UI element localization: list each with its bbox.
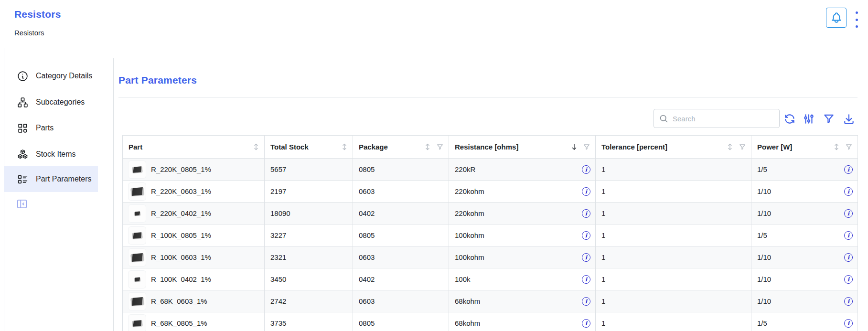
download-icon[interactable] xyxy=(843,113,855,125)
sidebar-item-category-details[interactable]: Category Details xyxy=(4,63,98,89)
table-row[interactable]: R_100K_0402_1% 3450 0402 100k 1 1/10 xyxy=(123,268,858,290)
info-icon[interactable] xyxy=(582,253,590,262)
panel-divider xyxy=(118,97,857,98)
sidebar-item-label: Part Parameters xyxy=(36,175,91,183)
sort-icon[interactable] xyxy=(253,143,259,151)
column-header-total-stock[interactable]: Total Stock xyxy=(265,136,353,159)
info-icon[interactable] xyxy=(844,297,853,306)
table-header-row: Part Total Stock Package Resistance [ohm… xyxy=(123,136,858,159)
sort-icon[interactable] xyxy=(833,143,840,151)
column-filter-icon[interactable] xyxy=(583,143,590,151)
sidebar-item-label: Subcategories xyxy=(36,98,85,107)
part-parameters-table: Part Total Stock Package Resistance [ohm… xyxy=(122,135,857,331)
resistor-thumbnail xyxy=(129,183,146,200)
info-icon[interactable] xyxy=(844,319,853,328)
adjustments-icon[interactable] xyxy=(803,113,815,125)
sidebar-divider xyxy=(113,58,114,331)
search-box[interactable] xyxy=(654,109,780,128)
resistor-thumbnail xyxy=(129,161,146,178)
info-circle-icon xyxy=(17,70,29,82)
info-icon[interactable] xyxy=(582,319,590,328)
column-filter-icon[interactable] xyxy=(436,143,444,151)
table-row[interactable]: R_220K_0805_1% 5657 0805 220kR 1 1/5 xyxy=(123,159,858,181)
category-grid-icon xyxy=(17,122,29,134)
breadcrumb[interactable]: Resistors xyxy=(14,29,44,37)
table-row[interactable]: R_100K_0805_1% 3227 0805 100kohm 1 1/5 xyxy=(123,224,858,246)
resistor-thumbnail xyxy=(129,205,146,222)
resistor-thumbnail xyxy=(129,227,146,244)
table-row[interactable]: R_220K_0402_1% 18090 0402 220kohm 1 1/10 xyxy=(123,203,858,224)
dots-vertical-icon[interactable] xyxy=(852,11,861,28)
info-icon[interactable] xyxy=(844,187,853,196)
sidebar-item-parts[interactable]: Parts xyxy=(4,115,98,141)
table-row[interactable]: R_68K_0805_1% 3735 0805 68kohm 1 1/5 xyxy=(123,312,858,331)
sitemap-icon xyxy=(17,96,29,108)
info-icon[interactable] xyxy=(582,297,590,306)
sidebar-item-label: Stock Items xyxy=(36,150,76,159)
packages-icon xyxy=(17,149,29,160)
sidebar-item-part-parameters[interactable]: Part Parameters xyxy=(4,166,98,192)
sort-icon[interactable] xyxy=(727,143,733,151)
info-icon[interactable] xyxy=(844,231,853,240)
list-details-icon xyxy=(17,173,29,185)
table-row[interactable]: R_100K_0603_1% 2321 0603 100kohm 1 1/10 xyxy=(123,246,858,268)
info-icon[interactable] xyxy=(582,231,590,240)
sidebar-item-subcategories[interactable]: Subcategories xyxy=(4,89,98,115)
refresh-icon[interactable] xyxy=(783,113,796,125)
bell-icon xyxy=(830,11,843,24)
column-header-resistance[interactable]: Resistance [ohms] xyxy=(449,136,596,159)
info-icon[interactable] xyxy=(844,209,853,218)
sort-desc-icon[interactable] xyxy=(571,143,578,151)
column-header-tolerance[interactable]: Tolerance [percent] xyxy=(596,136,751,159)
sidebar-item-stock-items[interactable]: Stock Items xyxy=(4,141,98,167)
column-header-part[interactable]: Part xyxy=(123,136,265,159)
table-row[interactable]: R_220K_0603_1% 2197 0603 220kohm 1 1/10 xyxy=(123,181,858,203)
sort-icon[interactable] xyxy=(424,143,431,151)
app-header: Resistors Resistors xyxy=(0,0,868,48)
resistor-thumbnail xyxy=(129,315,146,331)
column-filter-icon[interactable] xyxy=(739,143,746,151)
panel-title: Part Parameters xyxy=(118,75,197,86)
page-title: Resistors xyxy=(14,9,61,20)
search-icon xyxy=(659,114,673,124)
sort-icon[interactable] xyxy=(341,143,348,151)
sidebar-item-label: Parts xyxy=(36,124,54,132)
resistor-thumbnail xyxy=(129,293,146,310)
table-row[interactable]: R_68K_0603_1% 2742 0603 68kohm 1 1/10 xyxy=(123,290,858,312)
info-icon[interactable] xyxy=(582,275,590,284)
column-filter-icon[interactable] xyxy=(845,143,853,151)
sidebar-item-label: Category Details xyxy=(36,72,92,80)
info-icon[interactable] xyxy=(844,165,853,174)
info-icon[interactable] xyxy=(582,209,590,218)
sidebar-collapse-icon[interactable] xyxy=(16,198,28,210)
notifications-button[interactable] xyxy=(826,8,847,28)
filter-icon[interactable] xyxy=(823,113,835,125)
column-header-power[interactable]: Power [W] xyxy=(751,136,858,159)
info-icon[interactable] xyxy=(582,187,590,196)
resistor-thumbnail xyxy=(129,271,146,288)
info-icon[interactable] xyxy=(582,165,590,174)
resistor-thumbnail xyxy=(129,249,146,266)
info-icon[interactable] xyxy=(844,275,853,284)
search-input[interactable] xyxy=(673,115,774,123)
info-icon[interactable] xyxy=(844,253,853,262)
column-header-package[interactable]: Package xyxy=(353,136,449,159)
